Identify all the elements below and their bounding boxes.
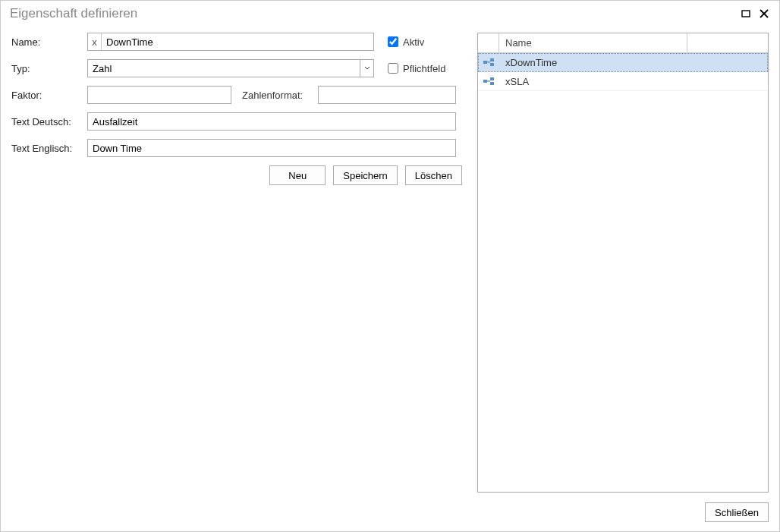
maximize-icon[interactable] (738, 6, 753, 21)
text-de-input[interactable] (87, 112, 456, 131)
text-en-input[interactable] (87, 139, 456, 157)
svg-rect-10 (490, 82, 494, 85)
active-checkbox[interactable] (388, 36, 398, 47)
numfmt-input[interactable] (318, 86, 456, 104)
property-icon (478, 58, 499, 66)
type-select[interactable] (87, 59, 374, 77)
grid-body: xDownTimexSLA (478, 53, 768, 492)
close-button[interactable]: Schließen (705, 502, 769, 522)
svg-rect-7 (483, 80, 487, 83)
chevron-down-icon[interactable] (360, 60, 373, 77)
grid-header: Name (478, 33, 768, 53)
save-button[interactable]: Speichern (333, 165, 398, 185)
factor-input[interactable] (87, 86, 231, 104)
svg-rect-3 (483, 61, 487, 64)
svg-rect-6 (490, 63, 494, 66)
table-row[interactable]: xDownTime (478, 53, 768, 72)
row-name: xDownTime (499, 57, 687, 68)
mandatory-label: Pflichtfeld (403, 63, 445, 74)
active-label: Aktiv (403, 36, 424, 48)
svg-rect-9 (490, 77, 494, 80)
new-button[interactable]: Neu (269, 165, 326, 185)
factor-label: Faktor: (11, 90, 87, 101)
delete-button[interactable]: Löschen (405, 165, 462, 185)
properties-grid: Name xDownTimexSLA (477, 33, 769, 493)
svg-rect-5 (490, 58, 494, 61)
titlebar: Eigenschaft definieren (1, 1, 779, 25)
name-label: Name: (11, 36, 87, 48)
grid-header-name[interactable]: Name (499, 33, 687, 52)
text-de-label: Text Deutsch: (11, 116, 87, 127)
svg-rect-0 (742, 11, 750, 17)
dialog-title: Eigenschaft definieren (10, 6, 735, 21)
name-prefix: x (87, 33, 101, 51)
close-icon[interactable] (756, 6, 772, 21)
name-input[interactable] (101, 33, 374, 51)
svg-rect-8 (487, 80, 490, 81)
row-name: xSLA (499, 76, 687, 87)
svg-rect-4 (487, 61, 490, 62)
grid-header-icon[interactable] (478, 33, 499, 52)
grid-header-empty[interactable] (687, 33, 768, 52)
type-input[interactable] (87, 59, 374, 77)
form-panel: Name: x Aktiv Typ: Pflichtfeld Faktor: (11, 33, 462, 493)
numfmt-label: Zahlenformat: (242, 90, 318, 101)
table-row[interactable]: xSLA (478, 72, 768, 91)
type-label: Typ: (11, 63, 87, 74)
text-en-label: Text Englisch: (11, 143, 87, 154)
mandatory-checkbox[interactable] (388, 63, 398, 74)
property-icon (478, 77, 499, 85)
